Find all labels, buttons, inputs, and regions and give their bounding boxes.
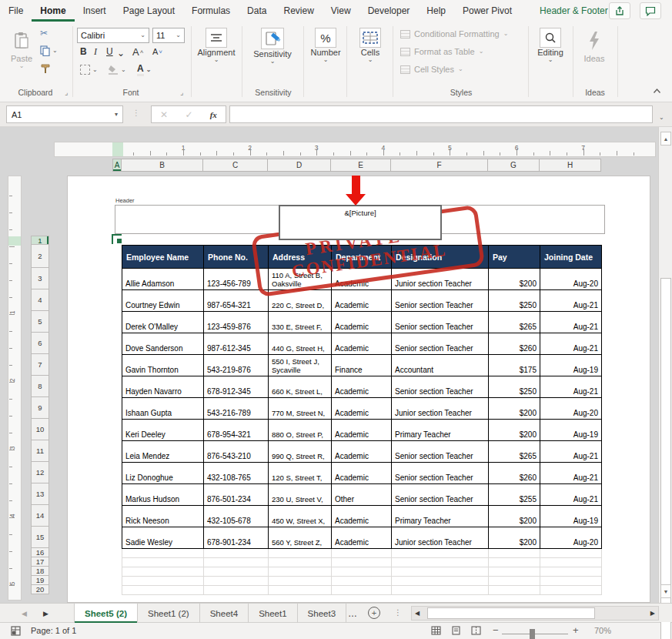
conditional-formatting-button[interactable]: Conditional Formatting ⌄	[400, 29, 508, 38]
normal-view-button[interactable]	[431, 626, 441, 635]
grow-font-button[interactable]: A˄	[132, 46, 143, 58]
table-cell[interactable]: Senior section Teacher	[392, 312, 489, 333]
table-cell[interactable]: Liz Donoghue	[122, 463, 204, 484]
italic-button[interactable]: I	[94, 46, 97, 58]
table-cell[interactable]: 987-612-345	[204, 333, 269, 355]
next-sheet-arrow-icon[interactable]: ▶	[43, 604, 48, 623]
table-cell[interactable]: $200	[489, 398, 540, 420]
horizontal-scrollbar-thumb[interactable]	[427, 607, 595, 619]
table-cell[interactable]: $250	[489, 290, 540, 312]
empty-cell[interactable]	[204, 586, 269, 595]
empty-cell[interactable]	[269, 567, 332, 577]
sheet-tab-sheet3[interactable]: Sheet3	[298, 604, 346, 623]
empty-cell[interactable]	[332, 549, 392, 558]
row-heading-2[interactable]: 2	[31, 245, 49, 268]
empty-cell[interactable]	[204, 549, 269, 558]
ribbon-tab-help[interactable]: Help	[418, 0, 454, 22]
table-cell[interactable]: 987-654-321	[204, 290, 269, 312]
table-cell[interactable]: Academic	[332, 398, 392, 420]
share-button[interactable]	[609, 2, 630, 19]
table-cell[interactable]: Markus Hudson	[122, 484, 204, 506]
format-painter-button[interactable]	[40, 63, 51, 74]
ribbon-tab-header-footer[interactable]: Header & Footer	[531, 0, 617, 22]
table-cell[interactable]: $200	[489, 527, 540, 549]
table-cell[interactable]: 440 G, Street H,	[269, 333, 332, 355]
empty-cell[interactable]	[122, 577, 204, 586]
table-cell[interactable]: 880 O, Street P,	[269, 420, 332, 441]
ribbon-tab-review[interactable]: Review	[275, 0, 322, 22]
table-cell[interactable]: $200	[489, 269, 540, 290]
table-cell[interactable]: Senior section Teacher	[392, 441, 489, 463]
table-cell[interactable]: Academic	[332, 441, 392, 463]
empty-cell[interactable]	[489, 567, 540, 577]
table-cell[interactable]: 876-543-210	[204, 441, 269, 463]
table-cell[interactable]: 550 I, Street J, Sycaville	[269, 355, 332, 376]
empty-cell[interactable]	[122, 567, 204, 577]
row-heading-6[interactable]: 6	[31, 333, 49, 354]
row-heading-4[interactable]: 4	[31, 289, 49, 311]
empty-cell[interactable]	[204, 567, 269, 577]
ribbon-tab-view[interactable]: View	[323, 0, 359, 22]
sheet-tab-sheet1-2-[interactable]: Sheet1 (2)	[138, 604, 200, 623]
table-cell[interactable]: Aug-21	[540, 290, 602, 312]
table-cell[interactable]: $200	[489, 420, 540, 441]
ribbon-tab-page-layout[interactable]: Page Layout	[115, 0, 183, 22]
row-heading-7[interactable]: 7	[31, 354, 49, 376]
table-cell[interactable]: Allie Adamson	[122, 269, 204, 290]
formula-input[interactable]	[229, 105, 653, 123]
cell-styles-button[interactable]: Cell Styles ⌄	[400, 65, 463, 74]
column-heading-A[interactable]: A	[112, 159, 122, 172]
row-heading-8[interactable]: 8	[31, 376, 49, 397]
empty-cell[interactable]	[489, 558, 540, 567]
table-cell[interactable]: 770 M, Street N,	[269, 398, 332, 420]
format-as-table-button[interactable]: Format as Table ⌄	[400, 47, 483, 56]
table-cell[interactable]: 678-954-321	[204, 420, 269, 441]
table-cell[interactable]: Dove Sanderson	[122, 333, 204, 355]
empty-cell[interactable]	[392, 558, 489, 567]
row-heading-19[interactable]: 19	[31, 576, 49, 585]
table-cell[interactable]: Ishaan Gupta	[122, 398, 204, 420]
table-cell[interactable]: Senior section Teacher	[392, 290, 489, 312]
table-cell[interactable]: Sadie Wesley	[122, 527, 204, 549]
table-cell[interactable]: Aug-21	[540, 484, 602, 506]
row-heading-17[interactable]: 17	[31, 557, 49, 567]
table-cell[interactable]: $175	[489, 355, 540, 376]
column-heading-E[interactable]: E	[331, 159, 391, 172]
table-cell[interactable]: Aug-20	[540, 269, 602, 290]
page-break-preview-button[interactable]	[471, 626, 481, 635]
column-heading-H[interactable]: H	[540, 159, 601, 172]
table-cell[interactable]: 990 Q, Street R,	[269, 441, 332, 463]
font-size-combo[interactable]: 11 ⌄	[152, 28, 185, 43]
table-cell[interactable]: 678-901-234	[204, 527, 269, 549]
table-cell[interactable]: $200	[489, 506, 540, 527]
table-cell[interactable]: Aug-21	[540, 333, 602, 355]
empty-cell[interactable]	[204, 558, 269, 567]
table-cell[interactable]: $260	[489, 463, 540, 484]
macro-record-icon[interactable]	[11, 626, 21, 636]
formula-bar-grip[interactable]: ⋮	[132, 109, 140, 117]
borders-button[interactable]: ⌄	[80, 65, 98, 75]
table-cell[interactable]: $255	[489, 484, 540, 506]
sheet-tab-sheet4[interactable]: Sheet4	[200, 604, 249, 623]
insert-function-icon[interactable]: fx	[210, 110, 217, 119]
table-cell[interactable]: Senior section Teacher	[392, 463, 489, 484]
font-color-button[interactable]: A ⌄	[137, 63, 151, 76]
empty-cell[interactable]	[392, 567, 489, 577]
empty-cell[interactable]	[540, 567, 602, 577]
sheet-tab-sheet1[interactable]: Sheet1	[249, 604, 297, 623]
table-cell[interactable]: Junior section Teacher	[392, 398, 489, 420]
table-cell[interactable]: 120 S, Street T,	[269, 463, 332, 484]
table-cell[interactable]: 560 Y, Street Z,	[269, 527, 332, 549]
scroll-up-arrow-icon[interactable]: ▲	[660, 132, 671, 146]
empty-cell[interactable]	[269, 586, 332, 595]
empty-cell[interactable]	[392, 586, 489, 595]
alignment-button[interactable]: Alignment ⌄	[196, 26, 237, 85]
table-cell[interactable]: Academic	[332, 527, 392, 549]
table-cell[interactable]: 123-459-876	[204, 312, 269, 333]
empty-cell[interactable]	[489, 586, 540, 595]
table-cell[interactable]: Academic	[332, 312, 392, 333]
ribbon-tab-developer[interactable]: Developer	[359, 0, 419, 22]
zoom-level[interactable]: 70%	[594, 626, 611, 635]
table-cell[interactable]: 543-219-876	[204, 355, 269, 376]
empty-cell[interactable]	[392, 549, 489, 558]
